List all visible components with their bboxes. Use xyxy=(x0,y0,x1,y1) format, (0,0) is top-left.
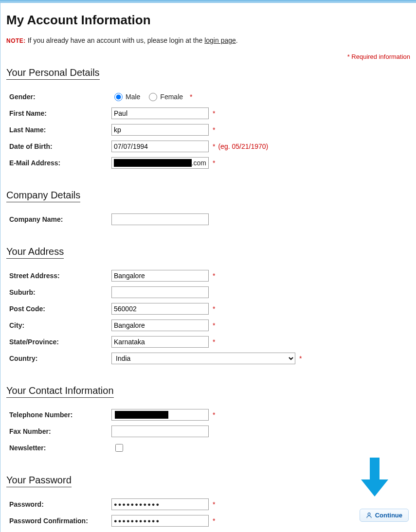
required-star: * xyxy=(213,272,215,280)
label-newsletter: Newsletter: xyxy=(9,444,111,452)
radio-female[interactable] xyxy=(149,93,157,101)
row-street: Street Address: * xyxy=(9,268,410,283)
required-star: * xyxy=(213,500,215,508)
label-dob: Date of Birth: xyxy=(9,142,111,150)
row-state: State/Province: * xyxy=(9,335,410,349)
note-text-prefix: If you already have an account with us, … xyxy=(28,36,204,44)
row-fax: Fax Number: xyxy=(9,424,410,439)
label-email: E-Mail Address: xyxy=(9,159,111,167)
login-page-link[interactable]: login page xyxy=(204,36,236,44)
page-title: My Account Information xyxy=(6,13,410,28)
state-input[interactable] xyxy=(111,336,209,348)
section-company: Company Details xyxy=(6,190,80,202)
label-street: Street Address: xyxy=(9,272,111,280)
label-first-name: First Name: xyxy=(9,109,111,117)
last-name-input[interactable] xyxy=(111,124,209,136)
label-gender: Gender: xyxy=(9,93,111,101)
section-contact: Your Contact Information xyxy=(6,385,114,398)
row-password-confirm: Password Confirmation: ●●●●●●●●●●● * xyxy=(9,514,410,528)
section-personal: Your Personal Details xyxy=(6,67,100,80)
required-star: * xyxy=(213,126,215,134)
password-confirm-mask: ●●●●●●●●●●● xyxy=(114,518,160,524)
arrow-down-icon xyxy=(360,458,389,497)
note-label: NOTE: xyxy=(6,37,26,44)
label-female: Female xyxy=(160,93,183,101)
suburb-input[interactable] xyxy=(111,286,209,298)
required-star: * xyxy=(213,411,215,419)
label-postcode: Post Code: xyxy=(9,305,111,313)
row-first-name: First Name: * xyxy=(9,106,410,121)
email-input[interactable]: .com xyxy=(111,157,209,169)
continue-label: Continue xyxy=(375,512,402,519)
password-confirm-input[interactable]: ●●●●●●●●●●● xyxy=(111,515,209,527)
required-star: * xyxy=(213,338,215,346)
label-last-name: Last Name: xyxy=(9,126,111,134)
row-postcode: Post Code: * xyxy=(9,301,410,316)
dob-input[interactable] xyxy=(111,141,209,152)
redacted-block xyxy=(114,159,192,167)
radio-male[interactable] xyxy=(114,93,123,101)
password-input[interactable]: ●●●●●●●●●●● xyxy=(111,498,209,510)
password-mask: ●●●●●●●●●●● xyxy=(114,501,160,507)
email-suffix: .com xyxy=(192,159,206,167)
label-city: City: xyxy=(9,321,111,329)
row-country: Country: India * xyxy=(9,351,410,366)
required-star: * xyxy=(213,159,215,167)
row-newsletter: Newsletter: xyxy=(9,441,410,455)
row-last-name: Last Name: * xyxy=(9,123,410,137)
telephone-input[interactable] xyxy=(111,409,209,421)
row-company: Company Name: xyxy=(9,212,410,227)
required-star: * xyxy=(213,305,215,313)
first-name-input[interactable] xyxy=(111,107,209,119)
row-dob: Date of Birth: * (eg. 05/21/1970) xyxy=(9,139,410,154)
login-note: NOTE: If you already have an account wit… xyxy=(6,36,410,44)
city-input[interactable] xyxy=(111,319,209,331)
label-company: Company Name: xyxy=(9,215,111,223)
required-star: * xyxy=(213,321,215,329)
account-form-page: My Account Information NOTE: If you alre… xyxy=(0,3,416,532)
label-country: Country: xyxy=(9,355,111,362)
gender-field: Male Female * xyxy=(111,93,410,101)
row-city: City: * xyxy=(9,318,410,333)
fax-input[interactable] xyxy=(111,426,209,437)
label-suburb: Suburb: xyxy=(9,288,111,296)
row-gender: Gender: Male Female * xyxy=(9,89,410,104)
label-telephone: Telephone Number: xyxy=(9,411,111,419)
row-suburb: Suburb: xyxy=(9,285,410,300)
label-state: State/Province: xyxy=(9,338,111,346)
company-input[interactable] xyxy=(111,213,209,225)
label-male: Male xyxy=(126,93,140,101)
annotation-arrow xyxy=(360,458,389,498)
street-input[interactable] xyxy=(111,270,209,282)
person-icon xyxy=(366,512,372,518)
required-star: * xyxy=(213,142,215,150)
required-star: * xyxy=(213,109,215,117)
svg-point-0 xyxy=(368,513,370,515)
row-email: E-Mail Address: .com * xyxy=(9,156,410,170)
redacted-block xyxy=(115,411,168,419)
section-password: Your Password xyxy=(6,475,72,487)
row-password: Password: ●●●●●●●●●●● * xyxy=(9,497,410,512)
required-star: * xyxy=(213,517,215,525)
label-password-confirm: Password Confirmation: xyxy=(9,517,111,525)
row-telephone: Telephone Number: * xyxy=(9,408,410,422)
label-password: Password: xyxy=(9,500,111,508)
required-star: * xyxy=(190,93,192,101)
section-address: Your Address xyxy=(6,246,64,259)
country-select[interactable]: India xyxy=(111,353,295,364)
newsletter-checkbox[interactable] xyxy=(115,444,123,452)
postcode-input[interactable] xyxy=(111,303,209,315)
continue-button[interactable]: Continue xyxy=(360,509,409,522)
required-info-note: * Required information xyxy=(347,53,410,60)
label-fax: Fax Number: xyxy=(9,427,111,435)
note-text-suffix: . xyxy=(236,36,238,44)
dob-hint: (eg. 05/21/1970) xyxy=(218,142,268,150)
required-star: * xyxy=(299,355,302,362)
